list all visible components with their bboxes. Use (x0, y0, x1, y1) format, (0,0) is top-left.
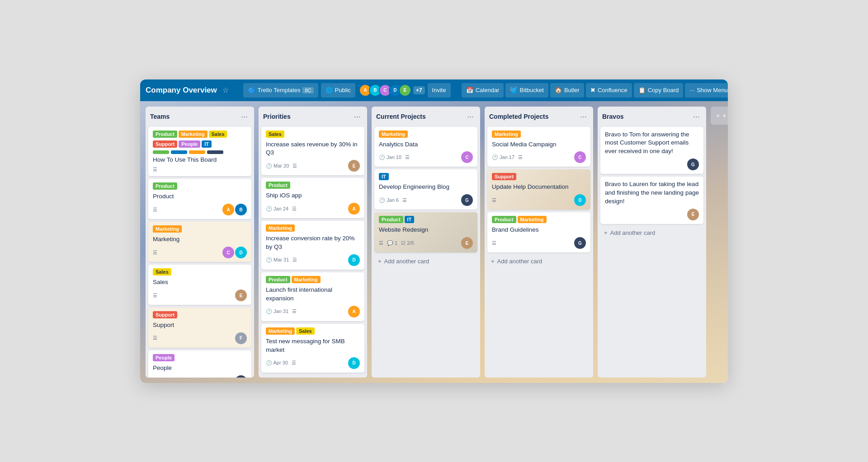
column-menu-icon[interactable]: ··· (691, 111, 702, 122)
show-menu-button[interactable]: ··· Show Menu (685, 83, 728, 98)
card-title: Test new messaging for SMB market (266, 337, 360, 355)
trello-templates-label: Trello Templates (258, 87, 301, 93)
card-footer: ☰ E (153, 289, 247, 301)
label-it: IT (379, 173, 389, 180)
card-title: Support (153, 321, 247, 330)
member-avatar[interactable]: E (399, 84, 411, 97)
bitbucket-button[interactable]: 🪣 Bitbucket (505, 83, 548, 98)
swatch-row-1 (153, 150, 223, 154)
bitbucket-icon: 🪣 (510, 87, 517, 93)
add-card-button-completed[interactable]: + Add another card (487, 255, 590, 267)
column-completed-projects: Completed Projects ··· Marketing Social … (485, 107, 593, 378)
copy-icon: 📋 (638, 87, 646, 93)
card-people[interactable]: People People ☰ G (148, 350, 251, 378)
star-icon[interactable]: ☆ (222, 86, 229, 94)
calendar-button[interactable]: 📅 Calendar (462, 83, 504, 98)
desc-icon: ☰ (153, 250, 157, 256)
card-footer: 🕐 Mar 31 ☰ D (266, 254, 360, 266)
add-card-button-current[interactable]: + Add another card (374, 255, 477, 267)
card-help-docs[interactable]: Support Update Help Documentation ☰ D (487, 169, 590, 210)
card-meta: ☰ (153, 207, 157, 213)
label-marketing: Marketing (179, 131, 208, 138)
avatar: G (687, 159, 699, 170)
card-sales[interactable]: Sales Sales ☰ E (148, 265, 251, 305)
butler-button[interactable]: 🏠 Butler (550, 83, 584, 98)
card-website-redesign[interactable]: Product IT Website Redesign ☰ 💬 1 ☑ 2/5 … (374, 212, 477, 252)
avatar: D (348, 254, 360, 266)
label-marketing: Marketing (266, 224, 295, 232)
label-marketing: Marketing (266, 327, 295, 335)
column-header-priorities: Priorities ··· (261, 110, 364, 123)
card-labels: Product Marketing (266, 276, 360, 283)
card-how-to-use[interactable]: Product Marketing Sales Support People I… (148, 127, 251, 177)
label-support: Support (492, 173, 516, 180)
add-card-button-priorities[interactable]: + Add another card (261, 375, 364, 378)
card-labels-2: Support People IT (153, 140, 247, 148)
date-meta: 🕐 Jan 24 (266, 206, 288, 212)
label-marketing: Marketing (379, 131, 408, 138)
dots-icon: ··· (689, 87, 694, 93)
card-meta: ☰ (492, 197, 496, 203)
column-title-teams: Teams (150, 113, 170, 120)
confluence-icon: ✖ (590, 87, 595, 93)
card-international[interactable]: Product Marketing Launch first internati… (261, 272, 364, 321)
card-brand-guidelines[interactable]: Product Marketing Brand Guidelines ☰ G (487, 212, 590, 252)
trello-templates-button[interactable]: 🔷 Trello Templates 8C (243, 83, 318, 98)
card-meta: ☰ (153, 335, 157, 341)
card-title: Sales (153, 278, 247, 287)
card-conversion[interactable]: Marketing Increase conversion rate by 20… (261, 221, 364, 270)
swatch-green (153, 150, 169, 154)
label-support: Support (153, 140, 177, 148)
card-sales-revenue[interactable]: Sales Increase sales revenue by 30% in Q… (261, 127, 364, 176)
add-card-label: Add another card (497, 258, 542, 265)
swatch-blue (171, 150, 187, 154)
card-labels: Marketing Sales (266, 327, 360, 335)
card-footer: ☰ G (492, 237, 586, 249)
card-footer: ☰ C D (153, 247, 247, 258)
avatar-2: D (235, 247, 247, 258)
card-social-media[interactable]: Marketing Social Media Campaign 🕐 Jan 17… (487, 127, 590, 167)
desc-icon: ☰ (153, 335, 157, 341)
card-support[interactable]: Support Support ☰ F (148, 308, 251, 348)
add-card-button-bravos[interactable]: + Add another card (600, 227, 703, 239)
column-title-bravos: Bravos (602, 113, 623, 120)
public-button[interactable]: 🌐 Public (321, 83, 355, 98)
desc-icon: ☰ (292, 257, 297, 263)
column-menu-icon[interactable]: ··· (352, 111, 363, 122)
card-smb-messaging[interactable]: Marketing Sales Test new messaging for S… (261, 324, 364, 373)
card-footer: 🕐 Jan 10 ☰ C (379, 151, 473, 163)
column-menu-icon[interactable]: ··· (465, 111, 476, 122)
copy-board-button[interactable]: 📋 Copy Board (634, 83, 684, 98)
desc-icon: ☰ (402, 197, 407, 203)
card-bravo-tom[interactable]: Bravo to Tom for answering the most Cust… (600, 127, 703, 174)
desc-icon: ☰ (153, 207, 157, 213)
column-menu-icon[interactable]: ··· (578, 111, 589, 122)
card-eng-blog[interactable]: IT Develop Engineering Blog 🕐 Jan 6 ☰ G (374, 169, 477, 210)
date-meta: 🕐 Jan 31 (266, 308, 288, 314)
card-marketing[interactable]: Marketing Marketing ☰ C D (148, 222, 251, 262)
card-labels: Product (153, 182, 247, 190)
members-group[interactable]: A B C D E +7 (359, 84, 425, 97)
avatar-1: F (235, 332, 247, 344)
card-footer: 🕐 Jan 17 ☰ C (492, 151, 586, 163)
label-support: Support (153, 311, 177, 318)
card-footer: G (605, 159, 699, 170)
browser-window: Company Overview ☆ 🔷 Trello Templates 8C… (140, 79, 728, 383)
invite-button[interactable]: Invite (428, 83, 451, 98)
card-title: Launch first international expansion (266, 286, 360, 303)
card-title: Social Media Campaign (492, 140, 586, 149)
card-meta: 🕐 Mar 31 ☰ (266, 257, 297, 263)
card-title: Update Help Documentation (492, 183, 586, 191)
card-ios-app[interactable]: Product Ship iOS app 🕐 Jan 24 ☰ A (261, 178, 364, 218)
add-column-button[interactable]: + + Add anoth... (711, 107, 728, 125)
avatar: E (461, 237, 473, 249)
column-header-teams: Teams ··· (148, 110, 251, 123)
column-title-current: Current Projects (376, 113, 426, 120)
card-product[interactable]: Product Product ☰ A B (148, 179, 251, 219)
column-menu-icon[interactable]: ··· (239, 111, 250, 122)
confluence-button[interactable]: ✖ Confluence (586, 83, 632, 98)
card-analytics[interactable]: Marketing Analytics Data 🕐 Jan 10 ☰ C (374, 127, 477, 167)
card-bravo-lauren[interactable]: Bravo to Lauren for taking the lead and … (600, 177, 703, 224)
card-labels: People (153, 354, 247, 361)
date-meta: 🕐 Mar 20 (266, 163, 289, 169)
